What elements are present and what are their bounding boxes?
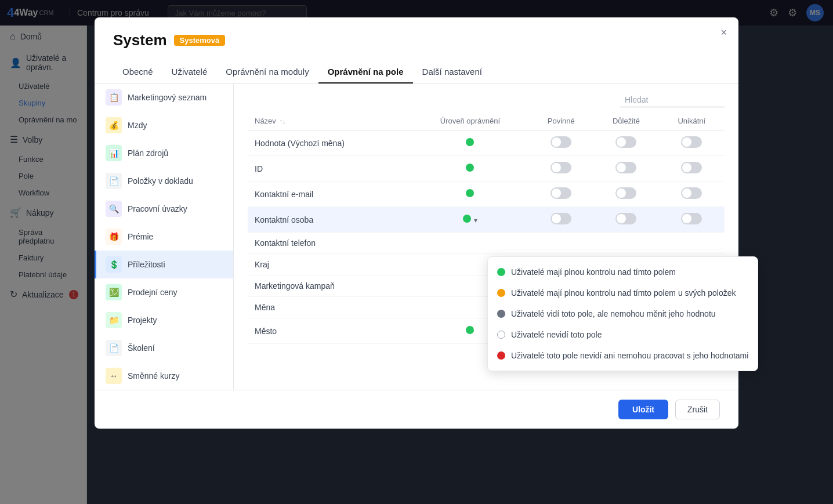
sort-icon[interactable]: ↑↓ xyxy=(279,118,285,125)
level-dot xyxy=(463,215,471,223)
row-name: ID xyxy=(248,156,412,182)
list-item-skoleni[interactable]: 📄 Školení xyxy=(95,334,233,362)
row-unikatni[interactable] xyxy=(659,156,725,182)
tab-obecne[interactable]: Obecné xyxy=(113,61,162,84)
pracovni-icon: 🔍 xyxy=(106,201,122,217)
toggle-povinne[interactable] xyxy=(550,162,571,173)
dropdown-item-red[interactable]: Uživatelé toto pole nevidí ani nemohou p… xyxy=(488,345,758,366)
dropdown-arrow[interactable]: ▾ xyxy=(474,216,477,224)
red-dot xyxy=(497,351,505,360)
row-level[interactable] xyxy=(412,182,528,207)
cancel-button[interactable]: Zrušit xyxy=(675,400,720,419)
row-dulezite[interactable] xyxy=(593,233,658,254)
dropdown-item-label: Uživatelé mají plnou kontrolu nad tímto … xyxy=(511,288,736,298)
list-item-label: Projekty xyxy=(128,316,157,325)
projekty-icon: 📁 xyxy=(106,312,122,328)
list-item-label: Mzdy xyxy=(128,121,147,130)
level-dot xyxy=(466,138,474,146)
list-item-pracovni[interactable]: 🔍 Pracovní úvazky xyxy=(95,195,233,223)
row-unikatni[interactable] xyxy=(659,233,725,254)
list-item-label: Školení xyxy=(128,343,155,353)
row-level[interactable] xyxy=(412,156,528,182)
row-level[interactable] xyxy=(412,233,528,254)
row-name: Kraj xyxy=(248,254,412,275)
table-search-input[interactable] xyxy=(620,93,725,107)
list-item-prodejni[interactable]: 💹 Prodejní ceny xyxy=(95,278,233,306)
row-dulezite[interactable] xyxy=(593,182,658,207)
tab-uzivatele[interactable]: Uživatelé xyxy=(162,61,217,84)
modal-tabs: Obecné Uživatelé Oprávnění na moduly Opr… xyxy=(95,61,738,84)
toggle-povinne[interactable] xyxy=(550,187,571,199)
row-name: Hodnota (Výchozí měna) xyxy=(248,130,412,156)
toggle-dulezite[interactable] xyxy=(615,162,636,173)
toggle-unikatni[interactable] xyxy=(681,136,702,148)
table-row-highlighted: Kontaktní osoba ▾ xyxy=(248,207,725,233)
tab-dalsi-nastaveni[interactable]: Další nastavení xyxy=(413,61,491,84)
list-panel: 📋 Marketingový seznam 💰 Mzdy 📊 Plán zdro… xyxy=(95,84,234,390)
row-povinne[interactable] xyxy=(528,233,593,254)
toggle-dulezite[interactable] xyxy=(615,136,636,148)
modal-footer: Uložit Zrušit xyxy=(95,390,738,429)
table-row: Kontaktní e-mail xyxy=(248,182,725,207)
list-item-marketingovy[interactable]: 📋 Marketingový seznam xyxy=(95,84,233,111)
dropdown-item-gray[interactable]: Uživatelé vidí toto pole, ale nemohou mě… xyxy=(488,303,758,324)
list-item-prilezitosti[interactable]: 💲 Příležitosti xyxy=(95,251,233,278)
modal-overlay: System Systemová × Obecné Uživatelé Oprá… xyxy=(0,0,833,504)
green-dot xyxy=(497,268,505,276)
toggle-povinne[interactable] xyxy=(550,213,571,224)
yellow-dot xyxy=(497,289,505,297)
list-item-projekty[interactable]: 📁 Projekty xyxy=(95,306,233,334)
list-item-label: Položky v dokladu xyxy=(128,176,193,186)
level-dot xyxy=(466,189,474,197)
prodejni-icon: 💹 xyxy=(106,284,122,300)
tab-opravneni-moduly[interactable]: Oprávnění na moduly xyxy=(216,61,318,84)
row-dulezite[interactable] xyxy=(593,207,658,233)
col-uroven: Úroveň oprávnění xyxy=(412,112,528,130)
row-level[interactable] xyxy=(412,130,528,156)
row-unikatni[interactable] xyxy=(659,207,725,233)
level-dot xyxy=(466,326,474,334)
dropdown-item-green[interactable]: Uživatelé mají plnou kontrolu nad tímto … xyxy=(488,262,758,282)
list-item-polozky[interactable]: 📄 Položky v dokladu xyxy=(95,167,233,195)
toggle-unikatni[interactable] xyxy=(681,162,702,173)
toggle-unikatni[interactable] xyxy=(681,187,702,199)
col-povinne: Povinné xyxy=(528,112,593,130)
row-dulezite[interactable] xyxy=(593,130,658,156)
prilezitosti-icon: 💲 xyxy=(106,256,122,273)
row-povinne[interactable] xyxy=(528,207,593,233)
list-item-premie[interactable]: 🎁 Prémie xyxy=(95,223,233,251)
toggle-unikatni[interactable] xyxy=(681,213,702,224)
level-dropdown: Uživatelé mají plnou kontrolu nad tímto … xyxy=(487,256,758,371)
close-button[interactable]: × xyxy=(720,27,727,39)
toggle-dulezite[interactable] xyxy=(615,187,636,199)
row-povinne[interactable] xyxy=(528,130,593,156)
toggle-povinne[interactable] xyxy=(550,136,571,148)
toggle-dulezite[interactable] xyxy=(615,213,636,224)
list-item-mzdy[interactable]: 💰 Mzdy xyxy=(95,111,233,139)
modal-header: System Systemová × xyxy=(95,17,738,61)
col-dulezite: Důležité xyxy=(593,112,658,130)
save-button[interactable]: Uložit xyxy=(618,400,668,419)
row-level[interactable]: ▾ xyxy=(412,207,528,233)
modal-badge: Systemová xyxy=(174,35,226,46)
list-item-plan-zdroju[interactable]: 📊 Plán zdrojů xyxy=(95,139,233,167)
list-item-smenne[interactable]: ↔ Směnné kurzy xyxy=(95,362,233,390)
row-povinne[interactable] xyxy=(528,182,593,207)
list-item-label: Příležitosti xyxy=(128,260,165,269)
table-row: Hodnota (Výchozí měna) xyxy=(248,130,725,156)
dropdown-item-yellow[interactable]: Uživatelé mají plnou kontrolu nad tímto … xyxy=(488,282,758,303)
modal-title: System xyxy=(113,31,167,49)
dropdown-item-white[interactable]: Uživatelé nevidí toto pole xyxy=(488,324,758,345)
dropdown-item-label: Uživatelé toto pole nevidí ani nemohou p… xyxy=(511,351,748,360)
level-dot xyxy=(466,164,474,172)
tab-opravneni-pole[interactable]: Oprávnění na pole xyxy=(318,61,413,84)
row-unikatni[interactable] xyxy=(659,182,725,207)
row-povinne[interactable] xyxy=(528,156,593,182)
row-dulezite[interactable] xyxy=(593,156,658,182)
modal-title-row: System Systemová xyxy=(113,31,720,49)
row-unikatni[interactable] xyxy=(659,130,725,156)
search-area xyxy=(234,84,738,112)
row-name: Marketingová kampaň xyxy=(248,275,412,297)
marketingovy-icon: 📋 xyxy=(106,89,122,106)
premie-icon: 🎁 xyxy=(106,229,122,245)
